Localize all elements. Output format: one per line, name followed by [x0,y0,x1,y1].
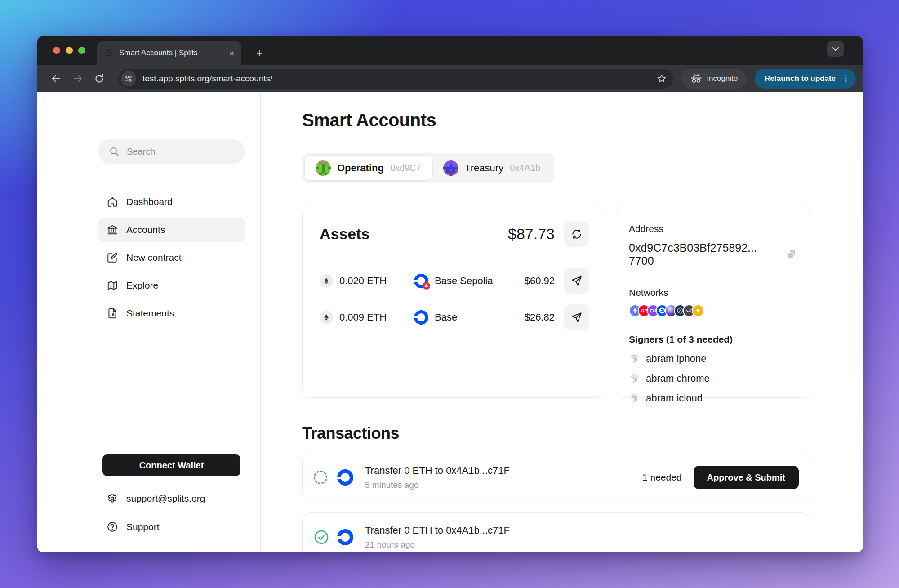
account-info-card: Address 0xd9C7c3B03Bf275892... 7700 Netw… [616,206,810,398]
fingerprint-icon [629,353,640,364]
signer-row: abram chrome [629,373,797,384]
signer-name: abram icloud [646,392,703,404]
operating-avatar [316,160,331,176]
tab-strip: Smart Accounts | Splits × + [37,36,863,65]
signers-label: Signers (1 of 3 needed) [629,334,797,345]
transaction-row-complete[interactable]: Transfer 0 ETH to 0x4A1b...c71F 21 hours… [302,512,810,552]
success-check-icon [314,530,329,545]
account-tab-treasury[interactable]: Treasury 0x4A1b [432,156,551,180]
page-title: Smart Accounts [302,110,436,130]
sidebar-item-accounts[interactable]: Accounts [98,218,245,242]
new-tab-button[interactable]: + [252,46,267,60]
sidebar: Search Dashboard Accounts [37,92,261,552]
sidebar-item-label: Explore [126,280,158,291]
eth-token-icon [320,311,333,324]
support-email-label: support@splits.org [126,493,205,504]
relaunch-label: Relaunch to update [765,74,836,83]
address-label: Address [629,223,797,234]
sidebar-item-explore[interactable]: Explore [98,273,245,298]
transaction-title: Transfer 0 ETH to 0x4A1b...c71F [365,465,642,477]
browser-toolbar: test.app.splits.org/smart-accounts/ Inco… [37,65,863,92]
asset-amount: 0.009 ETH [339,312,387,323]
back-button[interactable] [47,70,65,88]
sidebar-item-dashboard[interactable]: Dashboard [98,190,245,214]
transaction-row-pending[interactable]: Transfer 0 ETH to 0x4A1b...c71F 5 minute… [302,453,810,502]
sidebar-item-support-email[interactable]: support@splits.org [107,489,205,508]
incognito-label: Incognito [707,74,738,83]
signer-row: abram icloud [629,392,797,404]
relaunch-update-button[interactable]: Relaunch to update ⋮ [755,69,856,89]
refresh-button[interactable] [90,70,108,88]
zoom-window-button[interactable] [78,47,85,54]
pending-status-icon [314,471,327,484]
document-icon [107,307,118,319]
account-short-address: 0x4A1b [510,163,540,173]
approve-submit-button[interactable]: Approve & Submit [694,466,799,489]
eth-token-icon [320,274,333,288]
browser-tab[interactable]: Smart Accounts | Splits × [97,41,241,65]
connect-wallet-button[interactable]: Connect Wallet [102,454,240,476]
url-bar[interactable]: test.app.splits.org/smart-accounts/ [118,69,673,89]
bank-icon [107,224,118,236]
support-label: Support [126,521,160,532]
incognito-badge: Incognito [681,69,747,89]
map-icon [107,280,118,291]
browser-menu-icon[interactable]: ⋮ [842,75,850,82]
assets-title: Assets [320,225,508,243]
sidebar-item-statements[interactable]: Statements [98,301,245,325]
main-area: Smart Accounts Operating [261,92,863,552]
compose-icon [107,252,118,263]
site-settings-icon[interactable] [121,71,136,86]
help-icon [107,521,118,533]
splits-favicon [105,49,114,58]
account-address: 0xd9C7c3B03Bf275892... 7700 [629,241,780,267]
networks-label: Networks [629,287,797,298]
assets-total: $87.73 [508,225,555,243]
base-network-icon [337,529,353,545]
approvals-needed-label: 1 needed [642,472,682,483]
search-input[interactable]: Search [98,139,245,164]
asset-usd-value: $60.92 [525,275,555,287]
asset-network-name: Base [435,312,457,323]
asset-amount: 0.020 ETH [339,275,387,287]
signer-row: abram iphone [629,353,797,365]
gear-icon [107,493,118,504]
refresh-assets-button[interactable] [564,221,589,247]
treasury-avatar [443,160,458,176]
home-icon [107,196,118,208]
testnet-flask-badge [423,282,430,290]
base-network-icon [414,310,428,325]
sidebar-item-new-contract[interactable]: New contract [98,245,245,270]
tab-title: Smart Accounts | Splits [119,49,224,58]
account-switcher: Operating 0xd9C7 Treasury 0x4 [302,153,554,183]
fingerprint-icon [629,393,640,404]
copy-address-icon[interactable] [786,249,797,260]
base-network-icon [337,469,353,486]
sidebar-item-support[interactable]: Support [107,517,160,537]
bnb-network-icon [692,304,704,317]
asset-network-name: Base Sepolia [435,275,493,287]
traffic-lights [53,47,85,54]
search-placeholder: Search [127,147,155,157]
bookmark-star-icon[interactable] [656,73,667,84]
asset-usd-value: $26.82 [525,312,555,323]
forward-button[interactable] [69,70,87,88]
browser-window: Smart Accounts | Splits × + [37,36,863,552]
chevron-down-icon [832,47,839,51]
close-window-button[interactable] [53,47,60,54]
send-asset-button[interactable] [564,304,589,330]
asset-row: 0.009 ETH Base $26.82 [320,304,589,330]
transaction-title: Transfer 0 ETH to 0x4A1b...c71F [365,525,799,536]
signer-name: abram chrome [646,373,710,384]
sidebar-item-label: Statements [126,308,174,319]
incognito-icon [690,74,702,84]
send-asset-button[interactable] [564,268,589,294]
tab-close-icon[interactable]: × [229,49,234,58]
account-tab-operating[interactable]: Operating 0xd9C7 [305,156,432,180]
minimize-window-button[interactable] [66,47,73,54]
asset-row: 0.020 ETH Base Sepolia $60.92 [320,268,589,294]
tab-search-chevron-button[interactable] [827,41,844,57]
url-text[interactable]: test.app.splits.org/smart-accounts/ [142,74,650,84]
page-content: Search Dashboard Accounts [37,92,863,552]
fingerprint-icon [629,373,640,384]
